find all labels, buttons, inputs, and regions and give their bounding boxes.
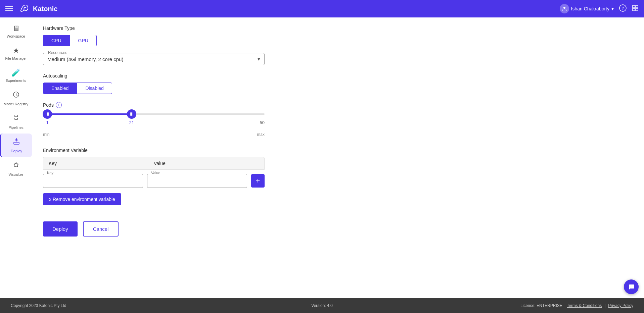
pods-max-label: max: [257, 132, 265, 137]
footer-version-text: Version: 4.0: [311, 303, 332, 308]
env-label: Environment Variable: [43, 148, 633, 153]
pods-mid-value: 21: [129, 120, 134, 125]
menu-hamburger[interactable]: [5, 6, 13, 11]
file-manager-icon: ★: [13, 46, 19, 55]
svg-point-0: [563, 7, 565, 9]
pods-min-label: min: [43, 132, 49, 137]
logo-text: Katonic: [33, 5, 57, 13]
svg-rect-5: [633, 8, 635, 11]
content-area: Hardware Type CPU GPU Resources Medium (…: [32, 17, 644, 298]
footer-separator: |: [604, 303, 605, 308]
env-input-row: Key Value +: [43, 170, 265, 192]
pods-slider-track[interactable]: [43, 113, 265, 115]
pods-min-value: 1: [46, 120, 49, 125]
remove-env-wrapper: x Remove environment variable: [43, 193, 633, 213]
sidebar-label-model-registry: Model Registry: [4, 102, 28, 106]
autoscaling-enabled-button[interactable]: Enabled: [43, 83, 77, 94]
chevron-down-icon: ▾: [258, 56, 260, 62]
svg-rect-4: [636, 5, 638, 8]
env-value-input[interactable]: [147, 174, 247, 188]
deploy-icon: [12, 138, 20, 148]
autoscaling-label: Autoscaling: [43, 73, 633, 79]
pods-max-value: 50: [260, 120, 265, 125]
pods-mid-thumb[interactable]: [127, 109, 136, 119]
pods-slider-wrapper: 1 21 50 min max: [43, 113, 265, 138]
expand-button[interactable]: [632, 5, 639, 13]
env-table-header: Key Value: [43, 157, 265, 170]
chat-bubble[interactable]: [624, 279, 639, 294]
pods-label-text: Pods: [43, 102, 54, 108]
cpu-button[interactable]: CPU: [43, 35, 70, 46]
remove-env-button[interactable]: x Remove environment variable: [43, 193, 121, 205]
autoscaling-disabled-button[interactable]: Disabled: [77, 83, 112, 94]
sidebar-item-file-manager[interactable]: ★ File Manager: [0, 42, 32, 64]
workspace-icon: 🖥: [12, 24, 20, 33]
sidebar-item-deploy[interactable]: Deploy: [0, 134, 32, 157]
experiments-icon: 🧪: [11, 68, 20, 77]
pipelines-icon: [12, 114, 20, 124]
pods-label-row: Pods i: [43, 102, 633, 108]
resources-float-label: Resources: [47, 50, 68, 55]
topbar: Katonic Ishan Chakraborty ▾ ?: [0, 0, 644, 17]
hardware-type-label: Hardware Type: [43, 25, 633, 31]
svg-rect-6: [636, 8, 638, 11]
pods-value-labels: 1 21 50: [43, 120, 265, 132]
pods-min-thumb-lines: [46, 112, 49, 116]
env-add-button[interactable]: +: [251, 174, 265, 188]
sidebar-label-pipelines: Pipelines: [8, 125, 24, 129]
svg-text:?: ?: [622, 6, 624, 10]
footer-version: Version: 4.0: [218, 303, 426, 308]
sidebar-label-workspace: Workspace: [7, 34, 25, 38]
user-menu[interactable]: Ishan Chakraborty ▾: [560, 4, 614, 13]
logo: Katonic: [18, 3, 57, 15]
logo-icon: [18, 3, 30, 15]
user-avatar: [560, 4, 569, 13]
sidebar-label-deploy: Deploy: [11, 149, 22, 153]
help-button[interactable]: ?: [619, 4, 627, 13]
sidebar-item-workspace[interactable]: 🖥 Workspace: [0, 20, 32, 42]
pods-slider-fill: [43, 113, 132, 115]
gpu-button[interactable]: GPU: [70, 35, 97, 46]
terms-link[interactable]: Terms & Conditions: [567, 303, 602, 308]
model-registry-icon: [12, 91, 20, 101]
svg-rect-3: [633, 5, 635, 8]
sidebar-label-experiments: Experiments: [6, 79, 26, 83]
action-buttons: Deploy Cancel: [43, 221, 633, 237]
privacy-link[interactable]: Privacy Policy: [608, 303, 633, 308]
sidebar: 🖥 Workspace ★ File Manager 🧪 Experiments…: [0, 17, 32, 298]
resources-selected-text: Medium (4Gi memory, 2 core cpu): [47, 56, 123, 62]
autoscaling-toggle: Enabled Disabled: [43, 83, 633, 94]
sidebar-item-model-registry[interactable]: Model Registry: [0, 87, 32, 110]
main-layout: 🖥 Workspace ★ File Manager 🧪 Experiments…: [0, 17, 644, 298]
cancel-button[interactable]: Cancel: [83, 221, 119, 237]
env-col-key-header: Key: [49, 161, 154, 166]
resources-dropdown[interactable]: Resources Medium (4Gi memory, 2 core cpu…: [43, 53, 265, 65]
pods-mid-thumb-lines: [130, 112, 133, 116]
resources-section: Resources Medium (4Gi memory, 2 core cpu…: [43, 53, 633, 65]
user-name: Ishan Chakraborty: [571, 6, 609, 11]
pods-min-thumb[interactable]: [43, 109, 52, 119]
footer-license-text: License: ENTERPRISE: [520, 303, 562, 308]
env-section: Environment Variable Key Value Key Value…: [43, 148, 633, 213]
sidebar-item-experiments[interactable]: 🧪 Experiments: [0, 64, 32, 87]
sidebar-label-visualize: Visualize: [9, 172, 24, 176]
footer-copyright-text: Copyright 2023 Katonic Pty Ltd: [11, 303, 66, 308]
footer-links-area: License: ENTERPRISE Terms & Conditions |…: [426, 303, 633, 308]
footer-links: Terms & Conditions | Privacy Policy: [567, 303, 633, 308]
visualize-icon: [12, 161, 20, 171]
pods-section: Pods i: [43, 102, 633, 138]
user-dropdown-icon: ▾: [611, 6, 614, 11]
deploy-button[interactable]: Deploy: [43, 221, 78, 237]
resources-select-value[interactable]: Medium (4Gi memory, 2 core cpu) ▾: [47, 56, 260, 62]
env-key-input[interactable]: [43, 174, 143, 188]
autoscaling-section: Autoscaling Enabled Disabled: [43, 73, 633, 94]
pods-min-max-labels: min max: [43, 132, 265, 138]
env-col-value-header: Value: [154, 161, 259, 166]
footer: Copyright 2023 Katonic Pty Ltd Version: …: [0, 298, 644, 313]
env-value-label: Value: [150, 171, 162, 175]
sidebar-item-pipelines[interactable]: Pipelines: [0, 110, 32, 134]
pods-info-icon[interactable]: i: [56, 102, 62, 108]
sidebar-item-visualize[interactable]: Visualize: [0, 157, 32, 180]
sidebar-label-file-manager: File Manager: [5, 56, 27, 60]
footer-copyright: Copyright 2023 Katonic Pty Ltd: [11, 303, 218, 308]
